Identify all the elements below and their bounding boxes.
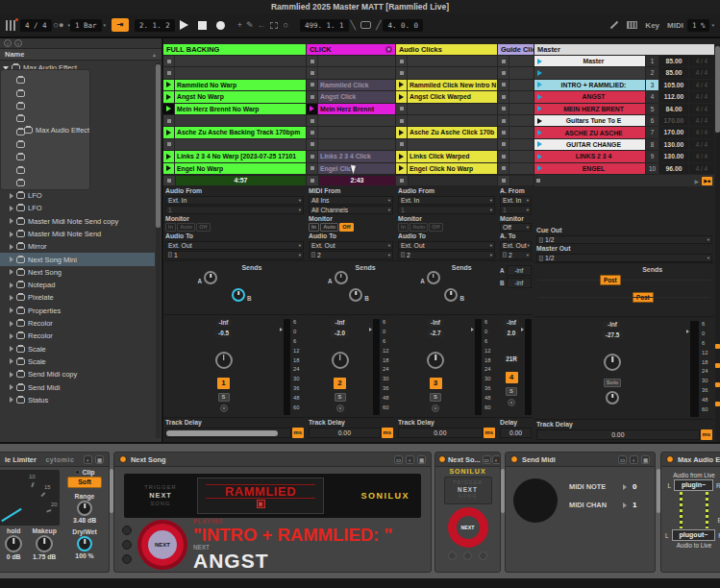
clip-launch-cell[interactable] [163, 115, 175, 126]
scene-time-signature[interactable]: 4 / 4 [689, 115, 714, 126]
threshold-value[interactable]: 0 dB [7, 553, 21, 560]
record-button[interactable] [216, 21, 225, 30]
clip-slot[interactable] [307, 115, 395, 126]
scene-tempo[interactable]: 105.00 [659, 80, 688, 90]
hot-swap-icon[interactable]: ◐ [406, 455, 414, 464]
next-song-button[interactable]: NEXT [448, 507, 488, 548]
clip-launch-cell[interactable] [307, 104, 318, 114]
clip-launch-cell[interactable] [498, 67, 509, 78]
input-channel-chooser[interactable]: 1▾ [500, 206, 532, 214]
clip-slot[interactable]: Mein Herz Brennt [307, 104, 395, 114]
monitor-chooser[interactable]: Off▾ [500, 223, 532, 232]
send-b-value[interactable]: -inf [507, 278, 532, 288]
expand-triangle-icon[interactable] [10, 193, 13, 199]
clip-slot[interactable] [163, 56, 306, 66]
scene-time-signature[interactable]: 4 / 4 [689, 56, 714, 66]
clip-slot[interactable] [163, 139, 306, 150]
scene-row[interactable]: Guitars Tune To E 6 170.00 4 / 4 [534, 115, 714, 126]
clip-slot[interactable]: Links Click Warped [396, 151, 497, 161]
clip-slot[interactable] [396, 67, 497, 78]
clip-launch-cell[interactable] [396, 104, 408, 114]
browser-scrollbar-thumb[interactable] [156, 64, 161, 228]
clip-slot[interactable]: Engel Click No Warp [396, 163, 497, 174]
scene-tempo[interactable]: 170.00 [659, 127, 688, 137]
clip-launch-cell[interactable] [396, 91, 408, 102]
track-stop-icon[interactable] [167, 179, 171, 183]
monitor-in-button[interactable]: In [309, 223, 319, 232]
draw-mode-icon[interactable] [610, 21, 618, 29]
browser-item[interactable]: LFO [0, 189, 155, 202]
browser-item[interactable]: Notepad [0, 279, 155, 291]
output-channel-chooser[interactable]: 2▾ [309, 251, 393, 259]
preset-icon[interactable]: ▭ [618, 455, 627, 464]
clip-launch-cell[interactable] [396, 163, 408, 174]
output-type-chooser[interactable]: Ext. Out▾ [165, 241, 304, 250]
clip-launch-cell[interactable] [163, 104, 175, 114]
makeup-knob[interactable] [36, 535, 53, 552]
time-signature[interactable]: 4 / 4 [20, 19, 52, 32]
clip-launch-cell[interactable] [498, 127, 509, 137]
scene-time-signature[interactable]: 4 / 4 [689, 127, 714, 137]
scene-time-signature[interactable]: 4 / 4 [689, 80, 714, 90]
scene-time-signature[interactable]: 4 / 4 [689, 151, 714, 161]
clip-launch-cell[interactable] [163, 127, 175, 137]
clip-launch-cell[interactable] [396, 56, 408, 66]
clip-slot[interactable]: Rammlied Click [307, 80, 395, 90]
volume-value[interactable]: -0.5 [214, 330, 233, 337]
track-delay-unit-button[interactable]: ms [701, 429, 712, 440]
capture-midi-icon[interactable] [270, 22, 278, 29]
browser-scrollbar[interactable] [156, 62, 161, 438]
send-a-knob[interactable] [427, 271, 440, 284]
scene-row[interactable]: INTRO + RAMMLIED: 3 105.00 4 / 4 [534, 80, 714, 90]
master-out-chooser[interactable]: 1/2▾ [536, 254, 712, 262]
track-header[interactable]: FULL BACKING [163, 44, 306, 55]
scene-time-signature[interactable]: 4 / 4 [689, 139, 714, 150]
dry-wet-value[interactable]: 100 % [75, 552, 93, 559]
cue-out-chooser[interactable]: 1/2▾ [536, 235, 712, 244]
peak-level[interactable]: -Inf [503, 319, 520, 327]
threshold-knob[interactable] [5, 535, 22, 552]
browser-item[interactable]: Scale [0, 355, 155, 368]
session-horizontal-scrollbar-thumb[interactable] [166, 430, 278, 436]
browser-item[interactable]: Mirror [0, 240, 155, 253]
device-button[interactable] [448, 551, 457, 560]
session-scrollbar[interactable] [715, 44, 720, 442]
browser-item[interactable]: Properties [0, 305, 155, 317]
scene-time-signature[interactable]: 4 / 4 [689, 91, 714, 102]
browser-item[interactable]: Recolor [0, 330, 155, 342]
scene-time-signature[interactable]: 4 / 4 [689, 67, 714, 78]
automation-arm-icon[interactable]: ✎ [246, 21, 254, 30]
scene-tempo[interactable]: 85.00 [659, 56, 688, 66]
midi-knob[interactable] [513, 478, 558, 523]
preset-icon[interactable]: ▭ [394, 455, 403, 464]
clip-slot[interactable] [498, 127, 534, 137]
peak-level[interactable]: -Inf [332, 319, 349, 327]
clip-slot[interactable] [498, 67, 534, 78]
send-b-knob[interactable] [444, 288, 458, 302]
scene-row[interactable]: ANGST 4 112.00 4 / 4 [534, 91, 714, 102]
output-channel-chooser[interactable]: 2▾ [500, 251, 532, 259]
browser-column-header[interactable]: Name ▲ [0, 48, 161, 61]
scene-launch-bar[interactable]: LINKS 2 3 4 [534, 151, 645, 161]
clip-launch-cell[interactable] [307, 139, 318, 150]
hot-swap-icon[interactable]: ◐ [630, 455, 638, 464]
track-dropdown-icon[interactable]: ▼ [385, 46, 392, 53]
midi-channel-value[interactable]: 1 [633, 501, 636, 509]
expand-triangle-icon[interactable] [10, 232, 13, 237]
track-header[interactable]: CLICK▼ [307, 44, 395, 55]
clip-slot[interactable] [163, 67, 306, 78]
punch-out-icon[interactable]: ╱ [376, 21, 381, 30]
scene-row[interactable]: MEIN HERZ BRENT 5 84.00 4 / 4 [534, 104, 714, 114]
scene-row[interactable]: ASCHE ZU ASCHE 7 170.00 4 / 4 [534, 127, 714, 137]
monitor-auto-button[interactable]: Auto [320, 223, 338, 232]
hot-swap-icon[interactable]: ◐ [492, 455, 501, 464]
loop-length[interactable]: 4. 0. 0 [383, 19, 423, 32]
output-type-chooser[interactable]: Ext. Out▾ [309, 241, 393, 250]
clip-slot[interactable] [498, 56, 534, 66]
scene-time-signature[interactable]: 4 / 4 [689, 163, 714, 174]
peak-level[interactable]: -Inf [215, 319, 233, 327]
clip-launch-cell[interactable] [396, 115, 408, 126]
scene-row[interactable]: 2 85.00 4 / 4 [534, 67, 714, 78]
clip-slot[interactable] [307, 56, 395, 66]
volume-value[interactable]: 2.0 [504, 330, 520, 337]
